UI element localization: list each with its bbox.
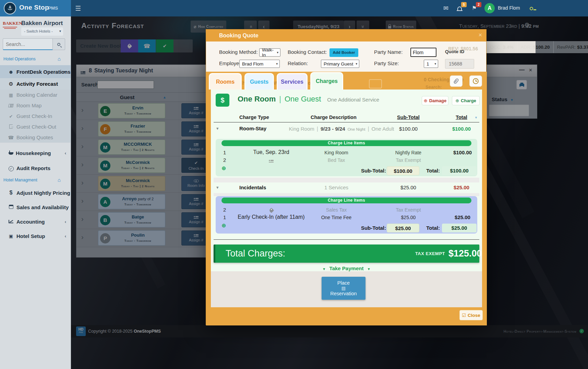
sidebar-item-booking-quotes[interactable]: ☎ Booking Quotes: [0, 132, 71, 143]
main-content: Activity Forecast ⌀ Hide Completed » ‹ T…: [71, 16, 588, 369]
sidebar-item-booking-calendar[interactable]: ▦ Booking Calendar: [0, 90, 71, 100]
collapse-chevron[interactable]: ▾: [216, 126, 219, 131]
tax-exempt-badge: TAX EXEMPT: [407, 245, 445, 263]
tab-charges[interactable]: Charges: [310, 72, 343, 90]
add-damage-button[interactable]: ⊕ Damage: [422, 96, 448, 105]
key-icon[interactable]: [530, 7, 533, 10]
booking-contact-label: Booking Contact:: [288, 49, 327, 55]
sidebar-item-activity-forecast[interactable]: ⚙ Activity Forecast: [0, 78, 71, 90]
incidentals-total: $25.00: [446, 184, 477, 190]
sidebar-item-guest-check-out[interactable]: Guest Check-Out: [0, 121, 71, 132]
employee-select[interactable]: Brad Flom▾: [239, 60, 280, 68]
chevron-down-icon: ▾: [277, 51, 278, 54]
sort-desc-icon[interactable]: ▼: [475, 116, 478, 119]
room-stay-sub-value: $100.00: [387, 166, 419, 175]
incidentals-sub-value: $25.00: [387, 224, 419, 233]
booking-method-select[interactable]: Walk-In▾: [259, 48, 280, 57]
quote-id-value: 15688: [445, 59, 474, 69]
stats-overlay: [487, 41, 536, 53]
col-subtotal[interactable]: Sub-Total: [391, 115, 425, 120]
paperclip-icon: [453, 78, 459, 84]
relation-select[interactable]: Primary Guest▾: [321, 60, 359, 68]
chevron-down-icon: ▾: [356, 62, 357, 66]
add-charge-button[interactable]: ⊕ Charge: [452, 96, 480, 105]
sidebar-search: [3, 38, 65, 50]
tag-icon: [237, 207, 305, 214]
anchor-logo-icon: ⚓: [4, 2, 16, 14]
room-stay-description: King Room 9/23 - 9/24 One Night One Adul…: [285, 126, 398, 132]
total-amount: $125.00: [448, 245, 482, 263]
room-stay-subtotal: $100.00: [391, 126, 425, 132]
group-room-stay: Room-Stay: [239, 126, 266, 131]
attachments-button[interactable]: [450, 75, 463, 87]
hamburger-icon[interactable]: ☰: [75, 4, 81, 12]
sidebar-item-adjust-nightly-pricing[interactable]: $ Adjust Nightly Pricing: [0, 187, 71, 199]
search-icon: [57, 43, 60, 46]
check-icon: ✔: [8, 114, 14, 119]
stats-bar: OCC:3.4% ADR:$100.20 RevPAR:$3.37: [487, 41, 588, 53]
modal-close-x[interactable]: ×: [478, 32, 482, 39]
bed-icon: [237, 158, 305, 164]
tab-services[interactable]: Services: [277, 73, 308, 90]
calendar-grid-icon: ▦: [8, 92, 14, 97]
chevron-down-icon: ▾: [59, 29, 61, 33]
place-reservation-button[interactable]: Place ▤ Reservation: [322, 277, 365, 300]
chevron-down-icon: ▾: [64, 69, 66, 74]
tab-guests[interactable]: Guests: [244, 73, 274, 90]
modal-title: Booking Quote: [219, 29, 259, 41]
search-button[interactable]: [53, 38, 65, 50]
brand-block: ⚓ One Stop PMS: [0, 0, 71, 16]
party-name-label: Party Name:: [374, 49, 403, 55]
party-size-select[interactable]: 1▾: [424, 60, 438, 68]
sidebar-item-frontdesk-operations[interactable]: ☻ FrontDesk Operations ▾: [0, 65, 71, 78]
modal-header: Booking Quote ×: [206, 29, 486, 41]
booking-quote-modal: Booking Quote × REV: $801.56 Booking Met…: [206, 29, 487, 325]
hotel-logo: BAKKEN: [3, 21, 20, 29]
col-charge-description: Charge Description: [311, 115, 357, 120]
switch-hotels-select[interactable]: - Switch Hotels - ▾: [21, 27, 63, 36]
close-button[interactable]: ☑ Close: [459, 310, 483, 320]
incidentals-subtotal: $25.00: [391, 184, 425, 190]
tab-rooms[interactable]: Rooms: [209, 73, 242, 90]
sidebar-item-room-map[interactable]: Room Map: [0, 100, 71, 111]
user-name[interactable]: Brad Flom: [498, 5, 520, 11]
party-name-input[interactable]: [410, 48, 436, 57]
phone-icon: ☎: [8, 135, 14, 140]
hotel-name: Bakken Airport: [21, 20, 63, 27]
collapse-chevron[interactable]: ▾: [216, 185, 219, 190]
chevron-left-icon: ‹: [65, 234, 66, 239]
clock-icon: [473, 78, 479, 84]
section-hotel-management: Hotel Managment: [3, 178, 37, 182]
col-total[interactable]: Total: [451, 115, 472, 120]
room-stay-total-value: $100.00: [442, 166, 477, 175]
chevron-down-icon: ▾: [276, 62, 278, 66]
search-input[interactable]: [3, 38, 53, 50]
chevron-down-icon: ▼: [322, 267, 326, 271]
sidebar-item-guest-check-in[interactable]: ✔ Guest Check-In: [0, 111, 71, 121]
history-button[interactable]: [469, 75, 482, 87]
sidebar-item-hotel-setup[interactable]: ▣ Hotel Setup ‹: [0, 230, 71, 242]
check-square-icon: ☑: [462, 313, 466, 318]
mail-icon[interactable]: ✉: [443, 4, 448, 12]
col-charge-type: Charge Type: [239, 115, 269, 120]
charges-summary-heading: One Room One Guest One Additional Servic…: [238, 95, 379, 104]
sidebar-item-housekeeping[interactable]: Housekeeping ‹: [0, 147, 71, 159]
take-payment-link[interactable]: ▼ Take Payment ▼: [206, 265, 487, 272]
chevron-left-icon: ‹: [65, 219, 66, 224]
chevron-down-icon: ▾: [434, 62, 436, 66]
sidebar-item-audit-reports[interactable]: ✓ Audit Reports: [0, 162, 71, 174]
plus-circle-icon: ⊕: [455, 98, 459, 103]
add-line-item-button[interactable]: ⊕: [221, 165, 226, 171]
gear-icon: ⚙: [8, 81, 14, 87]
add-booker-info-button[interactable]: Add Booker Info: [329, 48, 358, 57]
sidebar-item-sales-availability[interactable]: Sales and Availability: [0, 201, 71, 213]
avatar[interactable]: A: [484, 3, 495, 13]
notification-badge: 5: [461, 2, 467, 7]
sidebar-item-accounting[interactable]: Accounting ‹: [0, 215, 71, 228]
bell-icon[interactable]: [457, 7, 462, 10]
room-stay-total: $100.00: [446, 126, 477, 132]
chevron-left-icon: ‹: [65, 151, 66, 156]
brand-suffix: PMS: [48, 5, 58, 11]
brand-name: One Stop: [19, 4, 49, 11]
add-line-item-button[interactable]: ⊕: [221, 222, 226, 229]
